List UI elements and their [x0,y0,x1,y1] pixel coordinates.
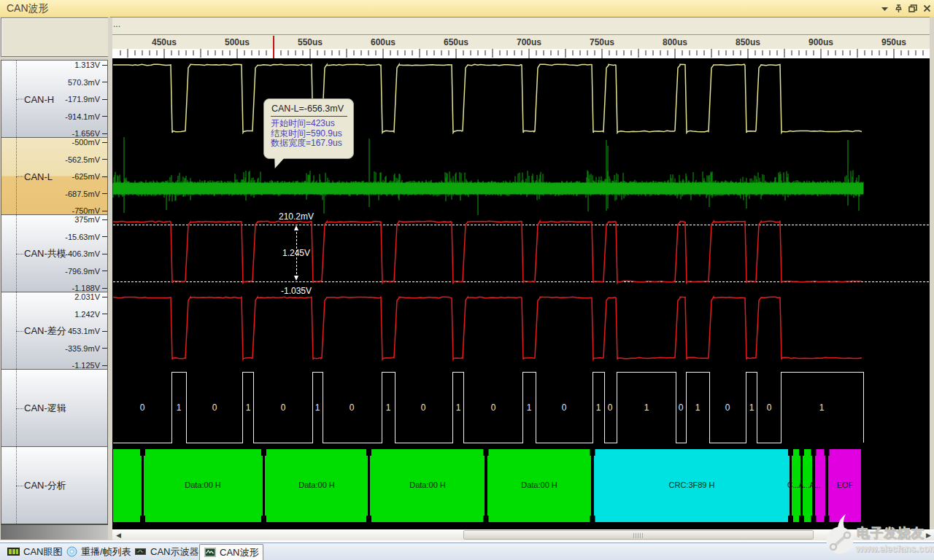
svg-text:1: 1 [644,402,649,413]
svg-text:1: 1 [596,402,601,413]
svg-text:0: 0 [679,402,684,413]
svg-text:Data:00 H: Data:00 H [298,481,335,489]
svg-text:Data:00 H: Data:00 H [185,481,221,489]
svg-text:1: 1 [386,402,391,413]
svg-text:0: 0 [350,402,355,413]
svg-text:0: 0 [140,402,145,413]
svg-text:1: 1 [246,402,251,413]
svg-text:CRC:3F89 H: CRC:3F89 H [669,481,715,489]
svg-text:C...A...A...: C...A...A... [787,481,821,489]
svg-text:0: 0 [281,402,286,413]
svg-text:0: 0 [608,402,613,413]
svg-text:1.245V: 1.245V [282,248,310,258]
svg-text:0: 0 [421,402,426,413]
svg-text:0: 0 [491,402,496,413]
svg-text:1: 1 [527,402,532,413]
svg-text:0: 0 [767,402,772,413]
svg-text:1: 1 [177,402,182,413]
svg-text:Data:00 H: Data:00 H [521,481,557,489]
svg-text:-1.035V: -1.035V [281,286,312,296]
svg-text:1: 1 [456,402,461,413]
svg-text:0: 0 [725,402,730,413]
svg-text:1: 1 [749,402,754,413]
svg-text:Data:00 H: Data:00 H [409,481,446,489]
svg-text:1: 1 [315,402,320,413]
svg-text:1: 1 [819,402,825,413]
svg-text:210.2mV: 210.2mV [279,211,314,222]
svg-text:0: 0 [212,402,217,413]
svg-text:0: 0 [562,402,567,413]
svg-text:1: 1 [695,402,700,413]
svg-text:EOF: EOF [837,481,854,489]
